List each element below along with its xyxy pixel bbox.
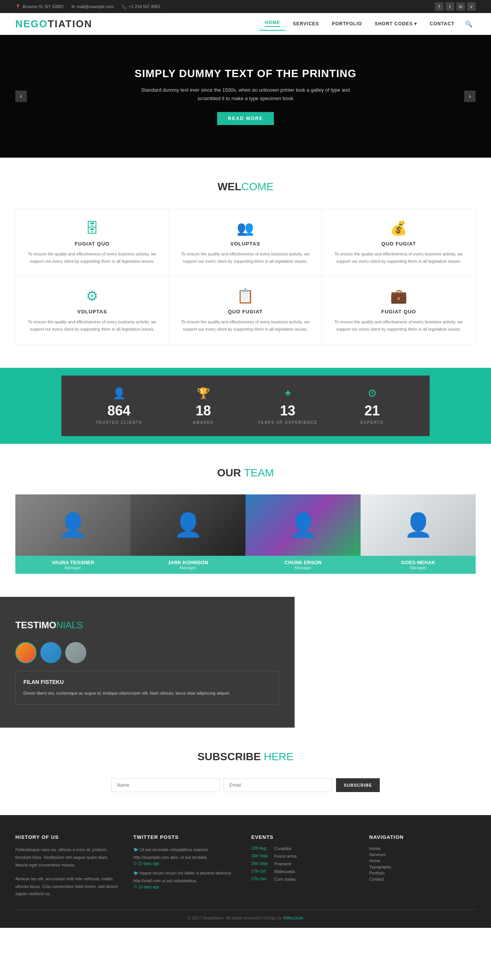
testimonial-text: Donec libero dui, scelerisque ac augue i… [23, 690, 271, 697]
team-card: 👤 Jark Kohnson Manager [130, 494, 246, 574]
stats-inner: 👤 864 TRUSTED CLIENTS 🏆 18 AWARDS ✦ 13 Y… [61, 376, 430, 436]
subscribe-name-input[interactable] [111, 778, 220, 792]
team-overlay: Chunk Erson Manager [246, 556, 361, 574]
twitter-icon[interactable]: t [446, 2, 454, 11]
team-grid: 👤 Vaura Tegsner Manager 👤 Jark Kohnson M… [15, 494, 476, 574]
team-photo: 👤 [130, 494, 246, 556]
team-card: 👤 Vaura Tegsner Manager [15, 494, 130, 574]
footer-nav-link[interactable]: Portfolio [369, 871, 476, 875]
header: NEGOTIATION HOME SERVICES PORTFOLIO SHOR… [0, 13, 491, 35]
feature-icon: 💰 [334, 220, 464, 236]
hero-next-button[interactable]: › [464, 91, 476, 102]
stat-item: 👤 864 TRUSTED CLIENTS [77, 387, 161, 425]
topbar-contact-info: 📍 Broome St, NY 10002 ✉ mail@example.com… [15, 4, 160, 9]
testimonials-section: TESTIMONIALS FILAN FISTEKU Donec libero … [0, 597, 295, 728]
vine-icon[interactable]: v [467, 2, 476, 11]
feature-title: FUGIAT QUO [334, 309, 464, 315]
twitter-post: 🐦 Itaque rerum recum his labfer a pleyer… [133, 870, 240, 889]
feature-description: To ensure the quality and effectiveness … [27, 318, 157, 333]
team-card: 👤 Chunk Erson Manager [246, 494, 361, 574]
stat-icon: ✦ [246, 387, 330, 400]
stat-label: AWARDS [161, 420, 246, 425]
footer-nav-link[interactable]: Home [369, 846, 476, 851]
search-icon[interactable]: 🔍 [462, 17, 476, 31]
team-role: Manager [19, 565, 127, 570]
feature-item: 💼 FUGIAT QUO To ensure the quality and e… [322, 277, 475, 344]
feature-description: To ensure the quality and effectiveness … [334, 250, 464, 265]
footer-history-text2: Aenean leo elit, accumsan velit vide veh… [15, 875, 122, 898]
footer-nav-links: HomeServicesHomeTypographyPortfolioConta… [369, 846, 476, 881]
subscribe-button[interactable]: SUBSCRIBE [336, 778, 380, 792]
events-list: 12th Aug Curabitur 10th Sept Fusce arma … [251, 846, 358, 881]
feature-item: 🗄 FUGIAT QUO To ensure the quality and e… [16, 209, 169, 277]
facebook-icon[interactable]: f [435, 2, 443, 11]
feature-title: QUO FUGIAT [334, 241, 464, 247]
stat-number: 21 [330, 403, 414, 419]
nav-shortcodes[interactable]: SHORT CODES ▾ [369, 18, 422, 30]
footer-nav-link[interactable]: Contact [369, 877, 476, 881]
testimonial-avatar-3[interactable] [65, 642, 86, 663]
nav-home[interactable]: HOME [259, 17, 285, 31]
testimonial-avatar-2[interactable] [40, 642, 61, 663]
twitter-posts: 🐦 Ut aut recendia voluptatibus maiores h… [133, 846, 240, 889]
subscribe-email-input[interactable] [224, 778, 332, 792]
team-name: Chunk Erson [249, 560, 357, 565]
hero-content: SIMPLY DUMMY TEXT OF THE PRINTING Standa… [130, 68, 361, 125]
nav-services[interactable]: SERVICES [287, 18, 324, 30]
team-photo: 👤 [15, 494, 130, 556]
footer-nav-link[interactable]: Home [369, 858, 476, 863]
footer-nav-link[interactable]: Typography [369, 865, 476, 869]
feature-title: QUO FUGIAT [180, 309, 310, 315]
team-role: Manager [249, 565, 357, 570]
footer-events-title: EVENTS [251, 834, 358, 840]
feature-icon: 📋 [180, 288, 310, 304]
footer-twitter-title: TWITTER POSTS [133, 834, 240, 840]
event-name: Curabitur [274, 846, 292, 851]
footer-twitter: TWITTER POSTS 🐦 Ut aut recendia voluptat… [133, 834, 240, 898]
topbar-phone: 📞 +1 234 567 8901 [122, 4, 161, 9]
subscribe-form: SUBSCRIBE [111, 778, 380, 792]
feature-title: VOLUPTAS [27, 309, 157, 315]
footer-history-text1: Pellentesque cons ea, ultrices a nunc at… [15, 846, 122, 869]
hero-title: SIMPLY DUMMY TEXT OF THE PRINTING [130, 68, 361, 80]
testimonial-avatar-1[interactable] [15, 642, 36, 663]
feature-icon: ⚙ [27, 288, 157, 304]
team-photo: 👤 [361, 494, 476, 556]
testimonials-row: TESTIMONIALS FILAN FISTEKU Donec libero … [0, 597, 491, 728]
hero-prev-button[interactable]: ‹ [15, 91, 27, 102]
team-role: Manager [364, 565, 472, 570]
hero-read-more-button[interactable]: ReAD More [217, 112, 274, 125]
instagram-icon[interactable]: in [456, 2, 465, 11]
event-date: 27th Dec [251, 877, 270, 881]
footer-history-title: HISTORY OF US [15, 834, 122, 840]
subscribe-section: SUBSCRIBE HERE SUBSCRIBE [0, 728, 491, 815]
event-item: 24th Sept Praesent [251, 861, 358, 866]
social-links[interactable]: f t in v [435, 2, 476, 11]
team-section: OUR TEAM 👤 Vaura Tegsner Manager 👤 Jark … [0, 444, 491, 597]
stat-label: TRUSTED CLIENTS [77, 420, 161, 425]
hero-section: ‹ SIMPLY DUMMY TEXT OF THE PRINTING Stan… [0, 35, 491, 158]
stat-icon: ⚙ [330, 387, 414, 400]
event-item: 10th Sept Fusce arma [251, 854, 358, 858]
feature-item: ⚙ VOLUPTAS To ensure the quality and eff… [16, 277, 169, 344]
stat-number: 864 [77, 403, 161, 419]
feature-description: To ensure the quality and effectiveness … [180, 250, 310, 265]
nav-portfolio[interactable]: PORTFOLIO [326, 18, 367, 30]
event-item: 17th Oct Malesuada [251, 869, 358, 874]
feature-item: 💰 QUO FUGIAT To ensure the quality and e… [322, 209, 475, 277]
event-item: 27th Dec Cum sodas [251, 877, 358, 881]
stat-item: ✦ 13 YEARS OF EXPERIENCE [246, 387, 330, 425]
event-name: Malesuada [274, 869, 295, 874]
hero-description: Standard dummy text ever since the 1500s… [130, 86, 361, 103]
logo[interactable]: NEGOTIATION [15, 18, 92, 30]
main-nav: HOME SERVICES PORTFOLIO SHORT CODES ▾ CO… [259, 17, 476, 31]
footer-nav-link[interactable]: Services [369, 852, 476, 857]
nav-contact[interactable]: CONTACT [424, 18, 460, 30]
feature-description: To ensure the quality and effectiveness … [27, 250, 157, 265]
testimonial-card: FILAN FISTEKU Donec libero dui, sceleris… [15, 671, 279, 705]
footer-navigation: NAVIGATION HomeServicesHomeTypographyPor… [369, 834, 476, 898]
footer-grid: HISTORY OF US Pellentesque cons ea, ultr… [15, 834, 476, 898]
feature-icon: 🗄 [27, 220, 157, 236]
designer-link[interactable]: WilleyJosh [283, 916, 303, 920]
stat-label: EXPERTS [330, 420, 414, 425]
